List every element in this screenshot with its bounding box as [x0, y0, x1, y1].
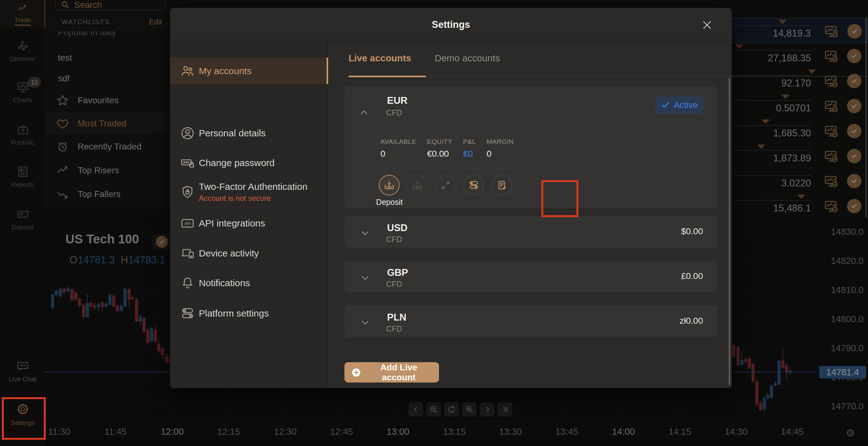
account-currency: PLN [387, 312, 406, 323]
toggles-icon [180, 306, 195, 321]
password-icon [180, 156, 195, 170]
nav-item-platform-settings[interactable]: Platform settings [170, 300, 328, 327]
chevron-up-icon[interactable] [358, 107, 370, 118]
nav-item-personal-details[interactable]: Personal details [170, 119, 328, 147]
modal-scrollbar[interactable] [728, 78, 730, 385]
api-icon: API [180, 216, 195, 231]
account-type: CFD [386, 280, 402, 289]
account-card[interactable]: GBP CFD £0.00 [344, 261, 717, 293]
person-icon [180, 126, 195, 141]
tab-demo-accounts[interactable]: Demo accounts [435, 53, 500, 64]
account-card[interactable]: PLN CFD zł0.00 [344, 306, 717, 337]
account-currency: EUR [387, 95, 407, 106]
statement-button[interactable] [492, 175, 512, 196]
nav-item-two-factor[interactable]: Two-Factor Authentication Account is not… [170, 175, 328, 209]
chevron-down-icon[interactable] [360, 228, 371, 239]
account-type: CFD [386, 324, 402, 333]
tab-divider [348, 76, 868, 77]
devices-icon [180, 246, 195, 261]
settings-modal: Settings My accounts Personal details [170, 8, 732, 388]
settings-nav: My accounts Personal details Change pass… [170, 40, 328, 388]
people-icon [180, 64, 195, 78]
two-factor-warning: Account is not secure [199, 194, 308, 203]
withdraw-button[interactable] [407, 175, 428, 196]
stat-block: EQUITY €0.00 [427, 138, 453, 159]
nav-item-my-accounts[interactable]: My accounts [170, 58, 328, 84]
chevron-down-icon[interactable] [360, 272, 371, 283]
stat-block: MARGIN 0 [487, 138, 514, 159]
account-currency: USD [387, 222, 407, 234]
account-balance: £0.00 [681, 271, 703, 281]
account-card[interactable]: USD CFD $0.00 [344, 216, 717, 248]
transfer-button[interactable] [435, 175, 456, 196]
account-stats: AVAILABLE 0 EQUITY €0.00 P&L €0 MARGIN 0 [380, 138, 514, 159]
nav-item-notifications[interactable]: Notifications [170, 269, 328, 297]
bell-icon [180, 276, 195, 290]
deposit-button[interactable] [379, 175, 400, 196]
active-tab-underline [348, 76, 426, 77]
account-actions [379, 175, 512, 196]
stat-block: P&L €0 [463, 138, 476, 159]
account-card-eur: EUR CFD Active AVAILABLE 0 EQUITY €0.00 … [344, 86, 717, 208]
annotation-settings-highlight [2, 397, 46, 440]
shield-lock-icon [180, 184, 195, 200]
modal-title: Settings [170, 19, 732, 30]
close-icon[interactable] [701, 19, 713, 31]
chevron-down-icon[interactable] [360, 317, 371, 328]
status-badge: Active [655, 96, 703, 114]
card-divider [380, 169, 703, 169]
tab-live-accounts[interactable]: Live accounts [348, 53, 411, 64]
manage-account-button[interactable] [463, 175, 484, 196]
account-balance: zł0.00 [680, 316, 703, 326]
svg-text:API: API [184, 221, 191, 226]
account-type: CFD [386, 108, 402, 117]
account-type: CFD [386, 235, 402, 244]
nav-item-device-activity[interactable]: Device activity [170, 240, 328, 267]
account-currency: GBP [387, 267, 408, 278]
trading-app: 14830.0 14820.0 14810.0 14800.0 14790.0 … [0, 0, 868, 446]
deposit-action-label: Deposit [374, 198, 404, 207]
nav-item-api-integrations[interactable]: API API integrations [170, 210, 328, 237]
annotation-deposit-highlight [541, 180, 578, 217]
nav-item-change-password[interactable]: Change password [170, 149, 328, 177]
stat-block: AVAILABLE 0 [380, 138, 416, 159]
add-live-account-button[interactable]: Add Live account [344, 362, 439, 382]
account-balance: $0.00 [681, 227, 703, 236]
